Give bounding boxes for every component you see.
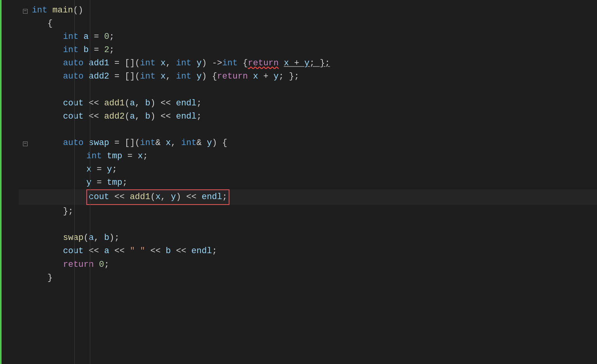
token-punctuation: ( (124, 110, 130, 123)
token-identifier: x (253, 70, 258, 83)
token-punctuation: ; (279, 70, 289, 83)
token-identifier: x (156, 192, 161, 202)
token-identifier: a (104, 245, 109, 258)
token-endl-kw: endl (176, 97, 196, 110)
token-stream: cout (89, 192, 109, 202)
token-punctuation: { (222, 136, 227, 150)
token-punctuation: { (212, 70, 217, 83)
token-punctuation: ; (109, 30, 114, 44)
token-identifier: y (86, 176, 91, 189)
token-punctuation: ; (104, 258, 109, 271)
token-operator: << (171, 245, 191, 258)
code-area[interactable]: −int main(){int a = 0;int b = 2;auto add… (15, 0, 597, 364)
code-line: cout << add2(a, b) << endl; (19, 110, 597, 123)
token-identifier: a (89, 231, 94, 245)
fold-indicator[interactable]: − (19, 4, 32, 17)
token-punctuation: ; (122, 176, 127, 189)
token-punctuation: , (171, 136, 181, 150)
token-stream: cout (63, 97, 84, 110)
token-operator: << (109, 192, 130, 202)
token-operator (201, 136, 207, 150)
token-kw-flow: return (217, 70, 248, 83)
token-punctuation: ( (150, 192, 155, 202)
token-fn-name: swap (63, 231, 84, 245)
token-operator: = (89, 30, 104, 44)
token-identifier: y (196, 70, 201, 83)
token-kw-type: int (140, 57, 156, 70)
token-identifier: x (161, 57, 166, 70)
token-operator (156, 70, 161, 83)
token-identifier: a (130, 97, 135, 110)
code-line: return 0; (19, 258, 597, 271)
token-punctuation: ; (310, 57, 320, 70)
token-operator: + (289, 57, 305, 70)
token-endl-kw: endl (201, 192, 222, 202)
token-operator: + (258, 70, 274, 83)
token-operator (84, 70, 89, 83)
token-punctuation: }; (289, 70, 299, 83)
token-kw-type: int (176, 70, 191, 83)
token-punctuation: , (94, 231, 104, 245)
token-operator (84, 57, 89, 70)
token-punctuation: ; (222, 192, 227, 202)
token-operator: << (156, 97, 176, 110)
token-number: 0 (104, 30, 109, 44)
token-punctuation: ( (84, 231, 89, 245)
code-line: x = y; (19, 163, 597, 176)
token-punctuation: ) (150, 110, 155, 123)
token-operator (102, 150, 107, 163)
green-bar (0, 0, 2, 364)
token-punctuation: , (161, 192, 171, 202)
code-line: }; (19, 205, 597, 218)
token-operator (156, 57, 161, 70)
token-punctuation: { (47, 17, 53, 30)
token-identifier: y (273, 70, 278, 83)
token-punctuation: [] (124, 70, 135, 83)
token-identifier: b (84, 44, 89, 57)
token-operator: = (89, 44, 104, 57)
token-punctuation: { (243, 57, 248, 70)
token-kw-type: int (176, 57, 191, 70)
token-kw-type: int (140, 136, 156, 150)
code-line: cout << a << " " << b << endl; (19, 245, 597, 258)
token-operator (161, 136, 166, 150)
token-identifier: y (171, 192, 176, 202)
token-identifier: x (138, 150, 143, 163)
token-identifier: x (86, 163, 91, 176)
token-operator (94, 258, 99, 271)
token-identifier: b (145, 110, 150, 123)
code-line (19, 218, 597, 231)
token-kw-type: auto (63, 57, 84, 70)
token-operator: = (122, 150, 138, 163)
token-identifier: x (161, 70, 166, 83)
token-operator: << (84, 97, 104, 110)
token-punctuation: ( (124, 97, 130, 110)
code-line: cout << add1(x, y) << endl; (19, 189, 597, 205)
code-line: int b = 2; (19, 44, 597, 57)
token-punctuation: ) (150, 97, 155, 110)
token-operator: << (84, 110, 104, 123)
code-line: y = tmp; (19, 176, 597, 189)
token-number: 2 (104, 44, 109, 57)
token-kw-type: auto (63, 70, 84, 83)
token-operator: = (91, 176, 107, 189)
token-operator: << (145, 245, 166, 258)
token-kw-type: auto (63, 136, 84, 150)
token-kw-type: int (63, 44, 79, 57)
code-line: } (19, 271, 597, 285)
token-punctuation: ; (196, 97, 201, 110)
token-punctuation: ; (112, 163, 117, 176)
code-line: int a = 0; (19, 30, 597, 44)
token-operator (207, 70, 212, 83)
token-identifier: a (84, 30, 89, 44)
token-punctuation: ) (212, 136, 217, 150)
token-operator: << (181, 192, 202, 202)
token-operator (84, 136, 89, 150)
token-fn-name: add1 (104, 97, 125, 110)
token-punctuation: ( (135, 70, 140, 83)
token-kw-flow: return (63, 258, 94, 271)
code-editor: −int main(){int a = 0;int b = 2;auto add… (0, 0, 597, 364)
token-punctuation: ) (201, 70, 207, 83)
fold-indicator[interactable]: − (19, 136, 32, 150)
token-identifier: tmp (107, 176, 123, 189)
